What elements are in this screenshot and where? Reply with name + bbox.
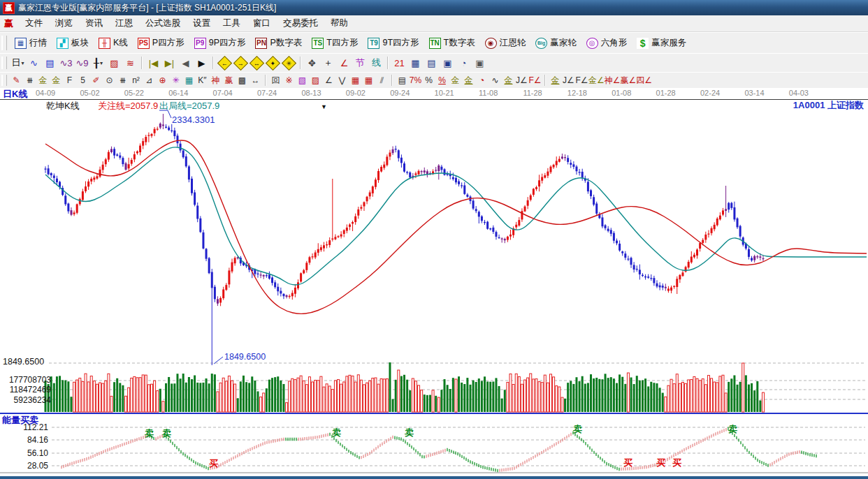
- buy-signal-label: 买: [209, 457, 218, 470]
- energy-axis-tick-3: 56.10: [2, 448, 48, 458]
- high-price-annotation: 2334.3301: [172, 115, 215, 125]
- sell-signal-label: 卖: [728, 423, 737, 436]
- energy-axis-tick-4: 28.05: [2, 461, 48, 471]
- low-price-annotation: 1849.6500: [224, 352, 266, 362]
- attention-line-label: 关注线=2057.9: [98, 100, 158, 112]
- sell-signal-label: 卖: [332, 427, 341, 439]
- app-window: 赢 赢家江恩专业版[赢家内部服务平台] - [上证指数 SH1A0001-251…: [0, 0, 868, 479]
- volume-axis-tick-1: 177708703: [2, 375, 51, 385]
- sell-signal-label: 卖: [145, 427, 154, 440]
- chart-canvas[interactable]: [0, 0, 868, 479]
- buy-signal-label: 买: [656, 457, 665, 469]
- symbol-label: 1A0001 上证指数: [793, 99, 864, 112]
- pane-label-kline: 日K线: [3, 88, 27, 101]
- buy-signal-label: 买: [672, 457, 681, 469]
- energy-axis-tick-1: 112.21: [2, 422, 48, 432]
- energy-axis-tick-2: 84.16: [2, 435, 48, 445]
- exit-line-label: 出局线=2057.9: [159, 100, 219, 112]
- volume-axis-tick-3: 59236234: [2, 395, 51, 405]
- sell-signal-label: 卖: [405, 427, 414, 439]
- volume-axis-tick-2: 118472469: [2, 385, 51, 395]
- sell-signal-label: 卖: [162, 427, 171, 440]
- kline-chart-area[interactable]: 日K线 乾坤K线 关注线=2057.9 出局线=2057.9 2334.3301…: [0, 0, 868, 479]
- qiankun-kline-label: 乾坤K线: [46, 100, 80, 112]
- cursor-marker-icon: ▼: [321, 103, 327, 110]
- bottom-edge-strip: [0, 476, 868, 479]
- sell-signal-label: 卖: [573, 423, 582, 436]
- buy-signal-label: 买: [623, 457, 632, 469]
- low-price-axis-label: 1849.6500: [3, 357, 44, 367]
